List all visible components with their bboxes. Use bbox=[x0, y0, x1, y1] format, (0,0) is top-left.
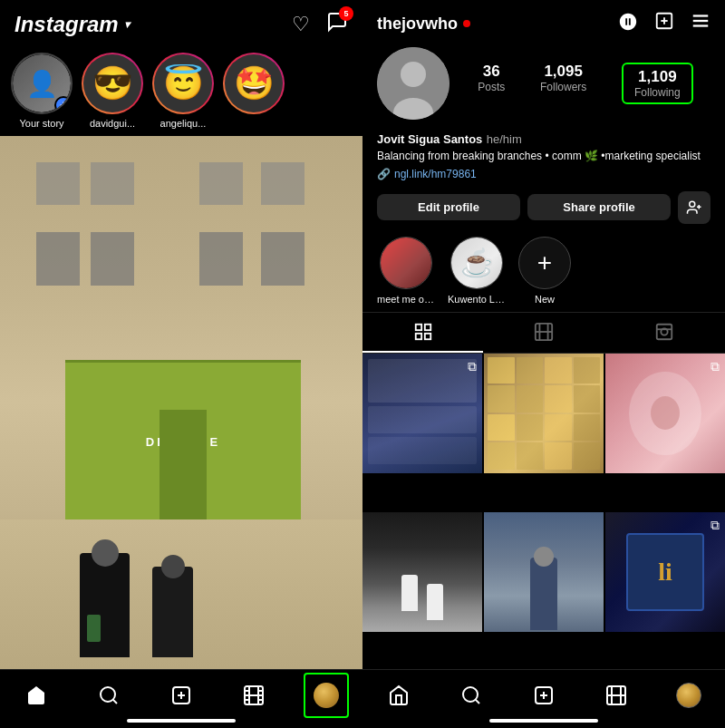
your-story-label: Your story bbox=[19, 118, 63, 129]
multi-post-icon-6: ⧉ bbox=[710, 518, 720, 533]
add-post-icon[interactable] bbox=[654, 11, 674, 36]
right-nav-search[interactable] bbox=[451, 675, 491, 715]
right-nav-add[interactable] bbox=[524, 675, 564, 715]
action-buttons: Edit profile Share profile bbox=[362, 186, 725, 229]
right-bottom-nav bbox=[362, 669, 725, 728]
story-avatar-3: 🤩 bbox=[223, 53, 285, 114]
photo-cell-1[interactable]: ⧉ bbox=[362, 354, 482, 473]
svg-rect-27 bbox=[424, 334, 430, 339]
story-label-2: angeliqu... bbox=[160, 118, 207, 129]
svg-rect-25 bbox=[415, 325, 420, 330]
content-tabs bbox=[362, 312, 725, 354]
posts-label: Posts bbox=[478, 81, 505, 93]
highlight-circle-add: + bbox=[518, 237, 571, 289]
stats-row: 36 Posts 1,095 Followers 1,109 Following bbox=[460, 63, 710, 104]
nav-search[interactable] bbox=[89, 675, 129, 715]
app-title[interactable]: Instagram ▾ bbox=[14, 12, 130, 37]
heart-icon[interactable]: ♡ bbox=[292, 13, 310, 36]
svg-rect-28 bbox=[415, 334, 420, 339]
right-nav-profile[interactable] bbox=[669, 675, 709, 715]
nav-home[interactable] bbox=[16, 675, 56, 715]
followers-label: Followers bbox=[540, 81, 586, 93]
nav-profile-left[interactable] bbox=[306, 675, 346, 715]
share-profile-button[interactable]: Share profile bbox=[527, 194, 671, 220]
feed-post[interactable]: 👤 davidguison and angeliquemanto Shikbi … bbox=[0, 136, 362, 669]
story-item-2[interactable]: 😇 angeliqu... bbox=[152, 53, 214, 129]
multi-post-icon-1: ⧉ bbox=[468, 359, 477, 374]
right-nav-reels[interactable] bbox=[596, 675, 636, 715]
story-avatar-2: 😇 bbox=[152, 53, 214, 114]
right-home-indicator bbox=[489, 719, 598, 723]
right-panel: thejovwho 36 bbox=[362, 0, 725, 728]
menu-icon[interactable] bbox=[691, 11, 710, 36]
post-image: DESTREE bbox=[0, 136, 362, 669]
bio-section: Jovit Sigua Santos he/him Balancing from… bbox=[362, 127, 725, 186]
tab-grid[interactable] bbox=[362, 313, 483, 353]
highlight-kuwento[interactable]: ☕ Kuwento Lit... bbox=[448, 237, 506, 305]
stat-followers[interactable]: 1,095 Followers bbox=[540, 63, 586, 104]
bio-pronouns: he/him bbox=[487, 132, 522, 146]
highlight-label-2: Kuwento Lit... bbox=[448, 294, 506, 305]
highlights-row: meet me ou... ☕ Kuwento Lit... + New bbox=[362, 229, 725, 312]
left-bottom-nav bbox=[0, 669, 362, 728]
photo-cell-5[interactable] bbox=[484, 512, 604, 632]
photo-cell-2[interactable] bbox=[484, 354, 604, 473]
chevron-down-icon: ▾ bbox=[124, 18, 130, 31]
nav-reels[interactable] bbox=[234, 675, 274, 715]
tab-tagged[interactable] bbox=[604, 313, 725, 353]
left-panel: Instagram ▾ ♡ 5 👤 + Your story bbox=[0, 0, 362, 728]
tab-reels[interactable] bbox=[483, 313, 604, 353]
stories-row: 👤 + Your story 😎 davidgui... 😇 angeliqu.… bbox=[0, 45, 362, 136]
message-badge: 5 bbox=[339, 6, 353, 21]
online-indicator bbox=[463, 20, 470, 27]
username-text: thejovwho bbox=[377, 15, 458, 34]
instagram-wordmark: Instagram bbox=[14, 12, 119, 37]
profile-avatar[interactable] bbox=[377, 47, 450, 120]
svg-point-22 bbox=[690, 201, 695, 207]
edit-profile-button[interactable]: Edit profile bbox=[377, 194, 520, 220]
link-text: ngl.link/hm79861 bbox=[394, 168, 477, 180]
messages-icon[interactable]: 5 bbox=[326, 11, 348, 38]
highlight-meet-me-out[interactable]: meet me ou... bbox=[377, 237, 435, 305]
svg-rect-26 bbox=[424, 325, 430, 330]
followers-count: 1,095 bbox=[544, 63, 583, 81]
right-header-icons bbox=[618, 11, 710, 36]
multi-post-icon-3: ⧉ bbox=[710, 359, 720, 374]
svg-rect-33 bbox=[657, 325, 672, 340]
story-avatar-1: 😎 bbox=[82, 53, 143, 114]
svg-point-20 bbox=[401, 62, 426, 87]
highlight-circle-1 bbox=[380, 237, 432, 289]
photo-grid: ⧉ bbox=[362, 354, 725, 669]
left-header: Instagram ▾ ♡ 5 bbox=[0, 0, 362, 45]
story-item-yours[interactable]: 👤 + Your story bbox=[11, 53, 72, 129]
bio-link[interactable]: 🔗 ngl.link/hm79861 bbox=[377, 168, 710, 180]
active-indicator bbox=[304, 673, 349, 718]
profile-username-header: thejovwho bbox=[377, 15, 470, 34]
threads-icon[interactable] bbox=[618, 12, 638, 36]
add-person-button[interactable] bbox=[678, 191, 710, 224]
home-indicator bbox=[127, 719, 236, 723]
bio-full-name: Jovit Sigua Santos bbox=[377, 132, 482, 146]
bio-description: Balancing from breaking branches • comm … bbox=[377, 149, 710, 164]
right-header: thejovwho bbox=[362, 0, 725, 44]
highlight-label-1: meet me ou... bbox=[377, 294, 435, 305]
profile-info-row: 36 Posts 1,095 Followers 1,109 Following bbox=[362, 44, 725, 127]
photo-cell-6[interactable]: li ⧉ bbox=[605, 512, 725, 632]
your-story-avatar: 👤 + bbox=[11, 53, 72, 114]
nav-add[interactable] bbox=[161, 675, 201, 715]
photo-cell-3[interactable]: ⧉ bbox=[605, 354, 725, 473]
header-icons: ♡ 5 bbox=[292, 11, 348, 38]
photo-cell-4[interactable] bbox=[362, 512, 482, 632]
svg-point-36 bbox=[463, 687, 478, 702]
story-item-1[interactable]: 😎 davidgui... bbox=[82, 53, 143, 129]
story-item-3[interactable]: 🤩 bbox=[223, 53, 285, 129]
svg-line-37 bbox=[476, 700, 479, 704]
highlight-circle-2: ☕ bbox=[450, 237, 503, 289]
svg-point-0 bbox=[101, 687, 115, 702]
stat-posts[interactable]: 36 Posts bbox=[478, 63, 505, 104]
highlight-label-new: New bbox=[535, 294, 555, 305]
stat-following[interactable]: 1,109 Following bbox=[622, 63, 693, 104]
right-nav-home[interactable] bbox=[379, 675, 419, 715]
highlight-new[interactable]: + New bbox=[518, 237, 571, 305]
posts-count: 36 bbox=[483, 63, 500, 81]
